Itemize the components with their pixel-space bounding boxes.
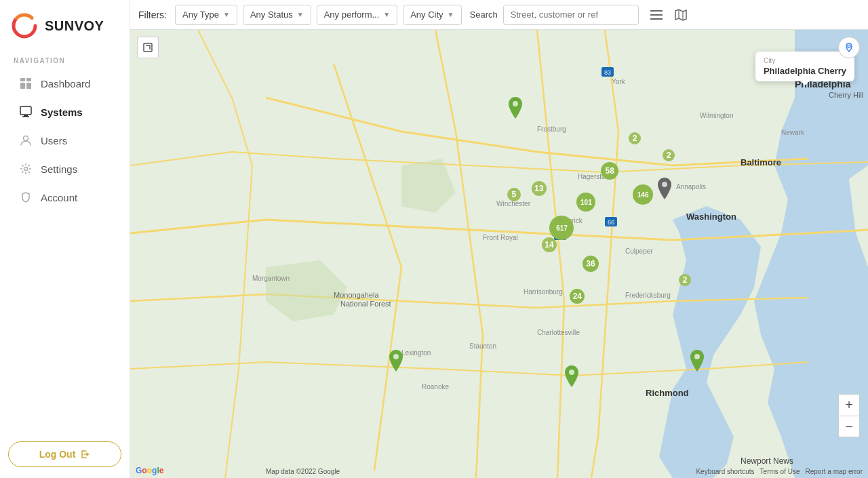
- filter-status-dropdown[interactable]: Any Status ▼: [243, 5, 311, 25]
- nav-items: Dashboard Systems Users: [0, 68, 130, 431]
- svg-text:Newark: Newark: [781, 129, 805, 136]
- filter-type-dropdown[interactable]: Any Type ▼: [175, 5, 237, 25]
- sidebar-item-dashboard[interactable]: Dashboard: [5, 70, 124, 97]
- account-icon: [19, 191, 33, 204]
- svg-text:Annapolis: Annapolis: [676, 183, 706, 191]
- svg-text:National Forest: National Forest: [340, 300, 391, 308]
- chevron-down-icon: ▼: [297, 11, 304, 18]
- filters-label: Filters:: [138, 9, 167, 20]
- filter-type-label: Any Type: [182, 9, 219, 20]
- logout-button[interactable]: Log Out: [8, 441, 121, 467]
- sidebar-label-account: Account: [41, 192, 77, 203]
- svg-rect-5: [26, 83, 31, 89]
- svg-rect-13: [650, 18, 663, 20]
- sidebar-label-users: Users: [41, 135, 67, 146]
- list-view-icon: [650, 10, 663, 20]
- svg-text:Morgantown: Morgantown: [252, 275, 290, 282]
- svg-point-9: [24, 136, 28, 141]
- map-container[interactable]: Monongahela National Forest Philadelphia…: [130, 30, 868, 478]
- systems-icon: [19, 105, 33, 119]
- users-icon: [19, 134, 33, 147]
- svg-text:83: 83: [604, 69, 611, 76]
- filter-performer-dropdown[interactable]: Any perform... ▼: [317, 5, 398, 25]
- filter-city-label: Any City: [410, 9, 443, 20]
- keyboard-shortcuts-link[interactable]: Keyboard shortcuts: [696, 468, 754, 475]
- map-zoom-controls: + −: [838, 394, 860, 437]
- sidebar-item-account[interactable]: Account: [5, 184, 124, 211]
- svg-text:Richmond: Richmond: [646, 388, 689, 398]
- list-view-button[interactable]: [647, 5, 666, 24]
- filters-bar: Filters: Any Type ▼ Any Status ▼ Any per…: [130, 0, 868, 30]
- svg-text:Washington: Washington: [686, 212, 736, 222]
- svg-rect-4: [20, 83, 25, 89]
- sidebar-label-settings: Settings: [41, 163, 77, 175]
- svg-text:Hagerstown: Hagerstown: [578, 173, 614, 180]
- zoom-out-button[interactable]: −: [838, 416, 860, 437]
- google-logo: Google: [136, 466, 163, 475]
- map-location-button[interactable]: [838, 37, 860, 58]
- chevron-down-icon: ▼: [223, 11, 230, 18]
- svg-text:Frederick: Frederick: [554, 217, 583, 224]
- main-content: Filters: Any Type ▼ Any Status ▼ Any per…: [130, 0, 868, 478]
- svg-text:York: York: [612, 78, 626, 85]
- svg-text:Staunton: Staunton: [469, 342, 496, 350]
- sidebar-item-systems[interactable]: Systems: [5, 98, 124, 125]
- sunvoy-logo-icon: [11, 12, 38, 39]
- svg-text:Philadelphia: Philadelphia: [795, 79, 851, 89]
- svg-rect-56: [144, 43, 152, 52]
- filter-status-label: Any Status: [250, 9, 293, 20]
- chevron-down-icon: ▼: [383, 11, 390, 18]
- svg-point-57: [848, 45, 850, 48]
- fullscreen-icon: [143, 43, 153, 52]
- sidebar: SUNVOY NAVIGATION Dashboard: [0, 0, 130, 478]
- map-view-icon: [675, 9, 687, 21]
- svg-rect-3: [26, 78, 31, 81]
- report-link[interactable]: Report a map error: [806, 468, 863, 475]
- svg-text:66: 66: [608, 219, 614, 226]
- svg-text:Monongahela: Monongahela: [334, 291, 380, 299]
- sidebar-label-systems: Systems: [41, 106, 83, 118]
- map-fullscreen-button[interactable]: [137, 37, 159, 58]
- svg-text:Cherry Hill: Cherry Hill: [829, 91, 863, 99]
- logout-icon: [81, 450, 90, 459]
- sidebar-label-dashboard: Dashboard: [41, 78, 90, 89]
- svg-text:Baltimore: Baltimore: [741, 157, 781, 167]
- svg-text:Newport News: Newport News: [741, 456, 793, 466]
- svg-text:Roanoke: Roanoke: [422, 383, 449, 391]
- zoom-in-button[interactable]: +: [838, 394, 860, 416]
- chevron-down-icon: ▼: [448, 11, 454, 18]
- svg-marker-14: [675, 9, 686, 20]
- toolbar-icons: [647, 5, 690, 24]
- svg-text:Frostburg: Frostburg: [537, 125, 566, 133]
- brand-name: SUNVOY: [45, 18, 104, 34]
- logout-area: Log Out: [0, 431, 130, 478]
- dashboard-icon: [19, 77, 33, 90]
- svg-text:Lexington: Lexington: [401, 349, 431, 357]
- location-icon: [844, 43, 854, 52]
- map-svg: Monongahela National Forest Philadelphia…: [130, 30, 868, 478]
- google-watermark: Google: [136, 466, 163, 475]
- svg-text:Winchester: Winchester: [496, 200, 531, 207]
- terms-link[interactable]: Terms of Use: [760, 468, 800, 475]
- sidebar-item-settings[interactable]: Settings: [5, 155, 124, 182]
- sidebar-item-users[interactable]: Users: [5, 127, 124, 154]
- svg-rect-2: [20, 78, 25, 81]
- navigation-label: NAVIGATION: [0, 47, 130, 68]
- filter-city-dropdown[interactable]: Any City ▼: [403, 5, 461, 25]
- svg-text:Fredericksburg: Fredericksburg: [625, 292, 671, 299]
- filter-performer-label: Any perform...: [324, 9, 380, 20]
- svg-text:Front Royal: Front Royal: [483, 234, 518, 241]
- search-input[interactable]: [503, 5, 639, 25]
- search-label: Search: [470, 9, 498, 20]
- logout-label: Log Out: [39, 449, 76, 460]
- svg-text:Harrisonburg: Harrisonburg: [524, 288, 563, 296]
- svg-rect-11: [650, 10, 663, 12]
- settings-icon: [19, 162, 33, 176]
- logo-area: SUNVOY: [0, 0, 130, 47]
- map-background: Monongahela National Forest Philadelphia…: [130, 30, 868, 478]
- map-view-button[interactable]: [671, 5, 690, 24]
- map-footer: Keyboard shortcuts Terms of Use Report a…: [696, 468, 863, 475]
- map-copyright: Map data ©2022 Google: [266, 468, 340, 475]
- svg-text:Wilmington: Wilmington: [700, 112, 733, 119]
- svg-text:Culpeper: Culpeper: [625, 247, 653, 255]
